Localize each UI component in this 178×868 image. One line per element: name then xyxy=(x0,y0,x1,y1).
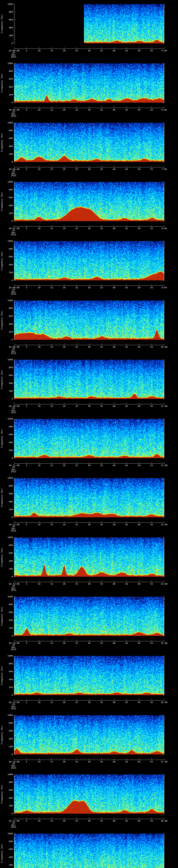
y-tick-label: 1000 xyxy=(4,122,13,124)
x-tick-label: 35 xyxy=(95,168,108,170)
x-tick-label: 45 xyxy=(120,50,133,52)
x-tick-label: 20 xyxy=(58,642,70,644)
y-tick-label: 200 xyxy=(4,805,13,807)
x-tick-label: 40 xyxy=(108,227,120,229)
x-tick-label: 40 xyxy=(108,50,120,52)
panel-end-time-label: 6:00 xyxy=(158,109,170,111)
x-tick-label: 15 xyxy=(46,109,58,111)
date-label: 2015 xyxy=(3,708,24,710)
x-tick-label: 10 xyxy=(33,642,46,644)
x-tick-label: 5 xyxy=(20,109,33,111)
spectrogram-panel-2: Frequency (Hz)0200400600800100018:06:005… xyxy=(0,119,178,178)
x-tick-label: 35 xyxy=(95,464,108,466)
x-tick-label: 10 xyxy=(33,227,46,229)
x-tick-label: 55 xyxy=(145,50,158,52)
x-tick-label: 15 xyxy=(46,524,58,526)
x-tick-label: 25 xyxy=(70,701,83,704)
x-tick-label: 25 xyxy=(70,50,83,52)
frequency-axis-title: Frequency (Hz) xyxy=(0,597,3,636)
y-tick-label: 200 xyxy=(4,568,13,570)
y-tick-label: 200 xyxy=(4,686,13,688)
date-label: 2015 xyxy=(3,648,24,650)
spectrogram-panel-10: Frequency (Hz)0200400600800100018:14:005… xyxy=(0,592,178,652)
y-tick-label: 800 xyxy=(4,781,13,783)
x-tick-label: 10 xyxy=(33,109,46,111)
y-tick-label: 600 xyxy=(4,493,13,495)
y-tick-label: 800 xyxy=(4,544,13,546)
x-tick-label: 35 xyxy=(95,287,108,289)
y-tick-label: 0 xyxy=(4,753,13,755)
x-tick-label: 50 xyxy=(133,109,145,111)
spectrogram-panel-13: Frequency (Hz)0200400600800100018:17:005… xyxy=(0,770,178,830)
x-tick-label: 50 xyxy=(133,464,145,466)
spectrogram-panel-11: Frequency (Hz)0200400600800100018:15:005… xyxy=(0,652,178,711)
panel-end-time-label: 16:00 xyxy=(158,701,170,704)
x-tick-label: 55 xyxy=(145,168,158,170)
y-tick-label: 600 xyxy=(4,552,13,554)
x-tick-label: 25 xyxy=(70,227,83,229)
x-tick-label: 15 xyxy=(46,583,58,585)
x-tick-label: 15 xyxy=(46,168,58,170)
date-label: 2015 xyxy=(3,530,24,532)
x-tick-label: 30 xyxy=(83,464,95,466)
x-tick-label: 45 xyxy=(120,346,133,348)
date-label: 2015 xyxy=(3,293,24,295)
x-tick-label: 5 xyxy=(20,50,33,52)
x-tick-label: 20 xyxy=(58,524,70,526)
x-tick-label: 45 xyxy=(120,464,133,466)
x-tick-label: 45 xyxy=(120,227,133,229)
y-tick-label: 200 xyxy=(4,212,13,214)
x-tick-label: 25 xyxy=(70,642,83,644)
x-tick-label: 55 xyxy=(145,524,158,526)
x-tick-label: 50 xyxy=(133,761,145,763)
x-tick-label: 30 xyxy=(83,820,95,822)
x-tick-label: 10 xyxy=(33,50,46,52)
y-tick-label: 800 xyxy=(4,367,13,369)
x-tick-label: 45 xyxy=(120,583,133,585)
panel-end-time-label: 8:00 xyxy=(158,227,170,229)
date-label: 2015 xyxy=(3,826,24,828)
x-tick-label: 55 xyxy=(145,405,158,407)
x-tick-label: 50 xyxy=(133,642,145,644)
frequency-axis-title: Frequency (Hz) xyxy=(0,715,3,754)
x-tick-label: 25 xyxy=(70,464,83,466)
spectrogram-panel-3: Frequency (Hz)0200400600800100018:07:005… xyxy=(0,178,178,237)
x-tick-label: 15 xyxy=(46,50,58,52)
y-tick-label: 400 xyxy=(4,205,13,207)
x-tick-label: 5 xyxy=(20,583,33,585)
x-tick-label: 55 xyxy=(145,701,158,704)
x-tick-label: 45 xyxy=(120,524,133,526)
x-tick-label: 25 xyxy=(70,583,83,585)
x-tick-label: 15 xyxy=(46,405,58,407)
x-tick-label: 35 xyxy=(95,109,108,111)
date-label: 2015 xyxy=(3,471,24,473)
x-tick-label: 20 xyxy=(58,820,70,822)
y-tick-label: 0 xyxy=(4,220,13,222)
panel-end-time-label: 11:00 xyxy=(158,405,170,407)
y-tick-label: 0 xyxy=(4,576,13,578)
x-tick-label: 30 xyxy=(83,109,95,111)
panel-end-time-label: 9:00 xyxy=(158,287,170,289)
x-tick-label: 55 xyxy=(145,227,158,229)
y-tick-label: 400 xyxy=(4,441,13,443)
spectrogram-panel-9: Frequency (Hz)0200400600800100018:13:005… xyxy=(0,533,178,592)
x-tick-label: 15 xyxy=(46,642,58,644)
x-tick-label: 45 xyxy=(120,820,133,822)
y-tick-label: 800 xyxy=(4,189,13,191)
panel-end-time-label: 7:00 xyxy=(158,168,170,170)
x-tick-label: 55 xyxy=(145,820,158,822)
x-tick-label: 10 xyxy=(33,168,46,170)
x-tick-label: 30 xyxy=(83,583,95,585)
x-tick-label: 20 xyxy=(58,405,70,407)
y-tick-label: 800 xyxy=(4,485,13,487)
y-tick-label: 1000 xyxy=(4,3,13,5)
x-tick-label: 25 xyxy=(70,109,83,111)
x-tick-label: 40 xyxy=(108,405,120,407)
x-tick-label: 20 xyxy=(58,346,70,348)
y-tick-label: 600 xyxy=(4,789,13,791)
x-tick-label: 40 xyxy=(108,287,120,289)
y-tick-label: 1000 xyxy=(4,62,13,64)
x-tick-label: 40 xyxy=(108,583,120,585)
x-tick-label: 30 xyxy=(83,701,95,704)
spectrogram-panel-12: Frequency (Hz)0200400600800100018:16:005… xyxy=(0,711,178,770)
